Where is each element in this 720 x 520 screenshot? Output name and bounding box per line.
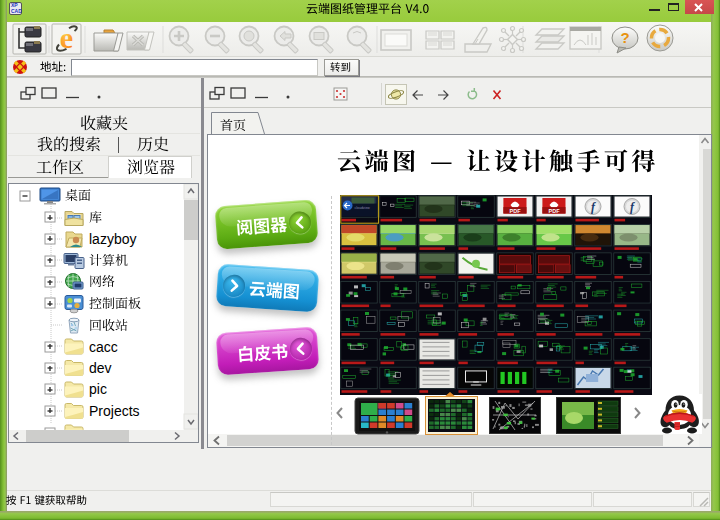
svg-text:sys: sys	[89, 425, 110, 430]
svg-text:dev: dev	[89, 360, 112, 376]
svg-text:lazyboy: lazyboy	[89, 231, 136, 247]
svg-text:cacc: cacc	[89, 339, 118, 355]
svg-text:?: ?	[620, 29, 629, 46]
svg-text:PDF: PDF	[549, 208, 561, 214]
svg-text:cloudview: cloudview	[355, 206, 371, 210]
svg-text:Projects: Projects	[89, 403, 140, 419]
svg-text:pic: pic	[89, 381, 107, 397]
svg-text:PDF: PDF	[510, 208, 522, 214]
